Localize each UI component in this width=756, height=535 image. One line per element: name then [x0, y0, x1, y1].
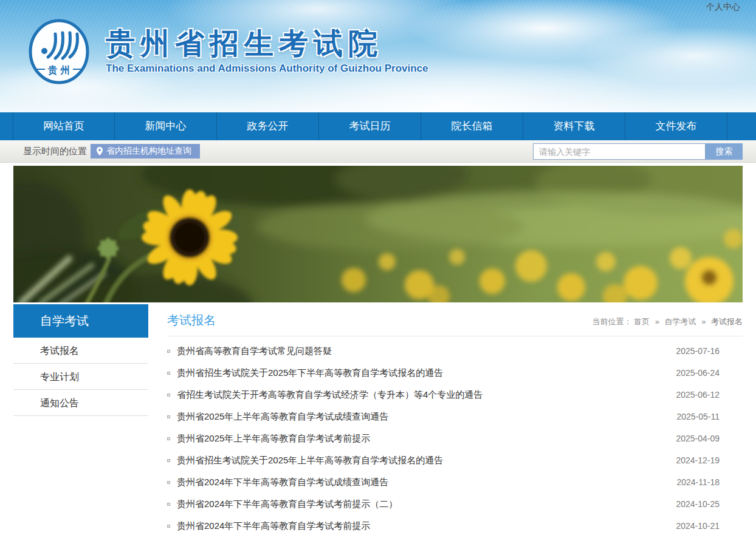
bullet-icon — [167, 394, 170, 397]
nav-item-downloads[interactable]: 资料下载 — [523, 112, 625, 140]
main-area: 自学考试 考试报名 专业计划 通知公告 考试报名 当前位置： 首页 » 自学考试… — [13, 304, 743, 535]
list-item: 贵州省2024年下半年高等教育自学考试成绩查询通告 2024-11-18 — [167, 471, 720, 493]
nav-item-exam-calendar[interactable]: 考试日历 — [319, 112, 421, 140]
sidebar: 自学考试 考试报名 专业计划 通知公告 — [13, 304, 148, 416]
article-date: 2025-07-16 — [676, 346, 720, 356]
article-date: 2025-05-11 — [676, 412, 720, 421]
sidebar-item-notices[interactable]: 通知公告 — [13, 390, 148, 416]
article-link[interactable]: 贵州省2025年上半年高等教育自学考试成绩查询通告 — [177, 411, 664, 423]
personal-center-link[interactable]: 个人中心 — [706, 2, 740, 13]
article-list: 贵州省高等教育自学考试常见问题答疑 2025-07-16 贵州省招生考试院关于2… — [167, 340, 743, 535]
bullet-icon — [167, 525, 170, 528]
list-item: 贵州省2025年上半年高等教育自学考试成绩查询通告 2025-05-11 — [167, 406, 720, 428]
logo-area: 贵 州 贵州省招生考试院 The Examinations and Admiss… — [28, 18, 428, 86]
article-date: 2024-10-21 — [676, 521, 720, 531]
breadcrumb: 当前位置： 首页 » 自学考试 » 考试报名 — [592, 316, 743, 329]
bullet-icon — [167, 350, 170, 353]
breadcrumb-current: 考试报名 — [711, 317, 743, 326]
nav-item-documents[interactable]: 文件发布 — [625, 112, 727, 140]
search-bar: 搜索 — [533, 143, 743, 160]
bullet-icon — [167, 481, 170, 484]
breadcrumb-separator: » — [655, 317, 659, 326]
nav-item-gov-affairs[interactable]: 政务公开 — [217, 112, 319, 140]
breadcrumb-section[interactable]: 自学考试 — [665, 317, 696, 326]
sidebar-title: 自学考试 — [13, 304, 148, 338]
logo-text: 贵 州 — [47, 65, 70, 75]
breadcrumb-label: 当前位置： — [592, 317, 631, 326]
article-date: 2025-06-24 — [676, 368, 720, 378]
article-date: 2025-06-12 — [676, 390, 720, 400]
article-link[interactable]: 贵州省招生考试院关于2025年上半年高等教育自学考试报名的通告 — [177, 455, 664, 466]
breadcrumb-home[interactable]: 首页 — [634, 317, 650, 326]
location-query-button[interactable]: 省内招生机构地址查询 — [91, 144, 200, 158]
list-item: 贵州省2025年上半年高等教育自学考试考前提示 2025-04-09 — [167, 428, 720, 449]
article-date: 2025-04-09 — [676, 434, 720, 443]
article-link[interactable]: 贵州省2024年下半年高等教育自学考试考前提示（二） — [177, 499, 664, 510]
bullet-icon — [167, 437, 170, 440]
search-button[interactable]: 搜索 — [706, 143, 743, 160]
list-item: 贵州省2024年下半年高等教育自学考试考前提示（二） 2024-10-25 — [167, 493, 720, 515]
list-item: 贵州省2024年下半年高等教育自学考试考前提示 2024-10-21 — [167, 515, 720, 535]
article-link[interactable]: 贵州省2025年上半年高等教育自学考试考前提示 — [177, 433, 664, 445]
bullet-icon — [167, 503, 170, 506]
article-link[interactable]: 贵州省高等教育自学考试常见问题答疑 — [177, 346, 664, 357]
nav-item-home[interactable]: 网站首页 — [13, 112, 115, 140]
search-input[interactable] — [533, 143, 706, 160]
article-link[interactable]: 省招生考试院关于开考高等教育自学考试经济学（专升本）等4个专业的通告 — [177, 389, 664, 401]
location-query-label: 省内招生机构地址查询 — [106, 146, 191, 157]
sub-toolbar: 显示时间的位置 省内招生机构地址查询 搜索 — [0, 140, 756, 163]
list-item: 贵州省高等教育自学考试常见问题答疑 2025-07-16 — [167, 340, 720, 362]
main-nav: 网站首页 新闻中心 政务公开 考试日历 院长信箱 资料下载 文件发布 — [0, 112, 756, 140]
breadcrumb-separator: » — [701, 317, 706, 326]
nav-item-news[interactable]: 新闻中心 — [115, 112, 217, 140]
banner-image — [13, 166, 743, 302]
page-title: 考试报名 — [167, 312, 216, 329]
site-subtitle: The Examinations and Admissions Authorit… — [106, 63, 428, 75]
sidebar-item-major-plan[interactable]: 专业计划 — [13, 364, 148, 390]
content-header: 考试报名 当前位置： 首页 » 自学考试 » 考试报名 — [167, 304, 743, 336]
article-date: 2024-10-25 — [676, 499, 720, 509]
bullet-icon — [167, 459, 170, 462]
site-identity: 贵州省招生考试院 The Examinations and Admissions… — [106, 18, 428, 86]
list-item: 贵州省招生考试院关于2025年上半年高等教育自学考试报名的通告 2024-12-… — [167, 449, 720, 471]
content-panel: 考试报名 当前位置： 首页 » 自学考试 » 考试报名 贵州省高等教育自学考试常… — [167, 304, 743, 535]
article-link[interactable]: 贵州省2024年下半年高等教育自学考试成绩查询通告 — [177, 477, 664, 488]
list-item: 省招生考试院关于开考高等教育自学考试经济学（专升本）等4个专业的通告 2025-… — [167, 384, 720, 406]
bullet-icon — [167, 415, 170, 418]
site-header: 个人中心 贵 州 贵州省招生考试院 The Examinations and A… — [0, 0, 756, 112]
datetime-label: 显示时间的位置 — [23, 146, 87, 157]
sidebar-item-exam-registration[interactable]: 考试报名 — [13, 338, 148, 364]
bullet-icon — [167, 372, 170, 375]
site-title: 贵州省招生考试院 — [106, 28, 428, 60]
nav-item-director-mailbox[interactable]: 院长信箱 — [421, 112, 523, 140]
site-logo-icon: 贵 州 — [28, 18, 90, 86]
article-date: 2024-11-18 — [676, 477, 720, 487]
article-link[interactable]: 贵州省2024年下半年高等教育自学考试考前提示 — [177, 520, 664, 532]
article-link[interactable]: 贵州省招生考试院关于2025年下半年高等教育自学考试报名的通告 — [177, 367, 664, 379]
article-date: 2024-12-19 — [676, 455, 720, 465]
sunflower-banner-graphic — [13, 166, 743, 302]
location-pin-icon — [97, 147, 103, 155]
list-item: 贵州省招生考试院关于2025年下半年高等教育自学考试报名的通告 2025-06-… — [167, 362, 720, 384]
